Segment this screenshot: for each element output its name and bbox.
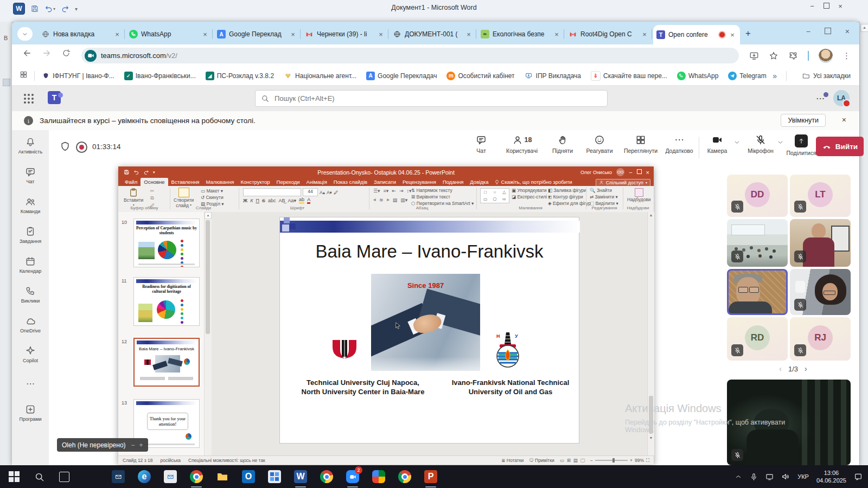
- ribbon-align-right-icon[interactable]: ⫸: [387, 197, 390, 203]
- share-button[interactable]: Поділитися: [782, 134, 820, 156]
- leave-button[interactable]: Вийти: [816, 137, 864, 156]
- teams-profile-avatar[interactable]: LA: [833, 90, 850, 106]
- ribbon-arrange[interactable]: ▣ Упорядкувати: [512, 188, 551, 193]
- chrome-close-button[interactable]: ×: [845, 27, 850, 36]
- word-maximize-button[interactable]: [819, 2, 833, 10]
- tab-close-icon[interactable]: ×: [464, 30, 473, 38]
- ppt-close-button[interactable]: ×: [646, 169, 649, 176]
- taskbar-outlook-app[interactable]: O: [237, 465, 260, 488]
- browser-tab[interactable]: WhatsApp×: [126, 26, 213, 42]
- apps-grid-icon[interactable]: [20, 70, 28, 81]
- ppt-minimize-button[interactable]: −: [629, 169, 632, 176]
- participant-tile-woman-video[interactable]: [790, 269, 851, 315]
- taskbar-mail-app[interactable]: [106, 465, 130, 488]
- slide-thumbnail-12-selected[interactable]: Baia Mare – Ivano-Frankivsk: [133, 338, 200, 387]
- browser-tab-active[interactable]: T Open confere ×: [653, 25, 740, 44]
- ppt-menu-tab[interactable]: Довідка: [467, 178, 492, 186]
- ribbon-layout-button[interactable]: ▭ Макет ▾: [201, 188, 224, 194]
- ribbon-cut-icon[interactable]: ✂: [150, 188, 155, 194]
- scroll-thumb[interactable]: [206, 220, 210, 334]
- ribbon-copy-icon[interactable]: ⧉: [150, 195, 154, 201]
- sidebar-item-copilot[interactable]: Copilot: [12, 345, 49, 363]
- view-sorter-icon[interactable]: ⊞: [567, 458, 571, 463]
- ribbon-highlight-button[interactable]: ab: [299, 197, 304, 204]
- ppt-menu-tab[interactable]: Записати: [371, 178, 399, 186]
- ribbon-columns-icon[interactable]: ▥▾: [400, 197, 407, 203]
- tray-expand-icon[interactable]: [735, 473, 742, 480]
- ribbon-grow-font-icon[interactable]: А▴: [320, 190, 325, 195]
- view-reading-icon[interactable]: ▤: [573, 458, 578, 463]
- ribbon-align-center-icon[interactable]: ≋: [379, 197, 384, 203]
- participant-tile-rj[interactable]: RJ: [790, 317, 851, 361]
- zoom-out-button[interactable]: −: [590, 458, 593, 463]
- ribbon-font-color-button[interactable]: А: [307, 197, 310, 204]
- tray-mic-icon[interactable]: [750, 473, 758, 481]
- reload-icon[interactable]: [59, 49, 74, 60]
- browser-tab[interactable]: ❧ Екологічна безпе×: [477, 26, 564, 42]
- ribbon-font-size[interactable]: 44: [303, 188, 318, 196]
- bookmark-item[interactable]: WhatsApp: [677, 72, 718, 80]
- bookmark-star-icon[interactable]: [769, 51, 778, 61]
- scroll-down-icon[interactable]: ▼: [649, 436, 653, 440]
- taskbar-edge-app[interactable]: e: [132, 465, 156, 488]
- enable-notifications-button[interactable]: Увімкнути: [781, 114, 826, 127]
- word-minimize-button[interactable]: −: [805, 2, 819, 10]
- ribbon-clear-format-icon[interactable]: 🖉: [334, 190, 339, 195]
- taskbar-chrome3-app[interactable]: [393, 465, 417, 488]
- start-button[interactable]: [2, 465, 26, 488]
- clock[interactable]: 13:06 04.06.2025: [816, 469, 846, 484]
- tab-search-button[interactable]: [17, 27, 33, 41]
- forward-icon[interactable]: [39, 48, 54, 60]
- extensions-icon[interactable]: [788, 51, 798, 61]
- ribbon-paste-button[interactable]: Вставити▾: [124, 188, 143, 207]
- ribbon-find[interactable]: 🔍 Знайти: [590, 188, 618, 193]
- bookmark-item[interactable]: ІПР Викладача: [525, 72, 581, 80]
- address-bar[interactable]: teams.microsoft.com/v2/: [81, 48, 739, 63]
- bookmark-item[interactable]: Telegram: [728, 72, 766, 80]
- browser-tab[interactable]: ДОКУМЕНТ-001 (×: [390, 26, 476, 42]
- chrome-minimize-button[interactable]: −: [806, 27, 810, 36]
- all-bookmarks-button[interactable]: Усі закладки: [802, 72, 851, 80]
- slide-thumbnail-11[interactable]: Readiness for digitization of cultural h…: [133, 277, 200, 326]
- tab-close-icon[interactable]: ×: [640, 30, 649, 38]
- search-input[interactable]: [273, 94, 579, 103]
- slide-12[interactable]: Baia Mare – Ivano-Frankivsk Since: [279, 217, 579, 444]
- status-notes-button[interactable]: ≣ Нотатки: [501, 458, 524, 463]
- ppt-restore-button[interactable]: [637, 169, 642, 175]
- ppt-menu-file[interactable]: Файл: [122, 178, 141, 186]
- scroll-up-icon[interactable]: ▲: [649, 213, 653, 217]
- ribbon-shape-outline[interactable]: ◻ Контур фігури: [548, 194, 591, 200]
- sidebar-item-calendar[interactable]: Календар: [12, 256, 49, 274]
- tab-close-icon[interactable]: ×: [728, 31, 737, 39]
- taskbar-meet-app[interactable]: [367, 465, 391, 488]
- tab-close-icon[interactable]: ×: [113, 30, 122, 38]
- tab-close-icon[interactable]: ×: [201, 30, 209, 38]
- ribbon-replace[interactable]: ⇄ Замінити ▾: [590, 194, 618, 200]
- participant-tile-active-speaker-video[interactable]: [727, 269, 788, 315]
- camera-button[interactable]: Камера: [700, 134, 735, 154]
- new-tab-button[interactable]: +: [745, 28, 751, 39]
- ribbon-shapes-gallery[interactable]: □○△▭⬠⇨: [480, 188, 509, 203]
- taskbar-chrome2-app[interactable]: [315, 465, 339, 488]
- ppt-menu-tab[interactable]: Конструктор: [237, 178, 273, 186]
- ribbon-shadow-button[interactable]: abc: [268, 198, 276, 203]
- chat-button[interactable]: Чат: [464, 134, 499, 154]
- page-next-icon[interactable]: ›: [805, 364, 807, 373]
- slide-thumbnail-10[interactable]: Perception of Carpathian music by studen…: [133, 219, 200, 267]
- sidebar-item-apps[interactable]: Програми: [12, 404, 49, 422]
- view-slideshow-icon[interactable]: 🖵: [580, 458, 585, 464]
- ppt-menu-tab[interactable]: Переходи: [273, 178, 303, 186]
- ribbon-bullets-icon[interactable]: ☰▾: [373, 188, 380, 194]
- ribbon-align-text[interactable]: ⊞ Вирівняти текст: [411, 194, 474, 200]
- ribbon-italic-button[interactable]: К: [250, 198, 253, 203]
- bookmark-item[interactable]: ✓Івано-Франківськи...: [124, 72, 196, 80]
- raise-hand-button[interactable]: Підняти: [545, 134, 580, 154]
- tab-close-icon[interactable]: ×: [376, 30, 385, 38]
- taskbar-office-app[interactable]: [263, 465, 286, 488]
- view-normal-icon[interactable]: ▭: [560, 458, 564, 463]
- taskbar-powerpoint-app[interactable]: P: [419, 465, 443, 488]
- page-prev-icon[interactable]: ‹: [779, 364, 782, 373]
- bookmark-item[interactable]: АGoogle Перекладач: [366, 72, 437, 80]
- word-scrollbar-up[interactable]: ▲: [860, 24, 868, 32]
- bookmark-item[interactable]: ⇩Скачайте ваш пере...: [591, 71, 667, 81]
